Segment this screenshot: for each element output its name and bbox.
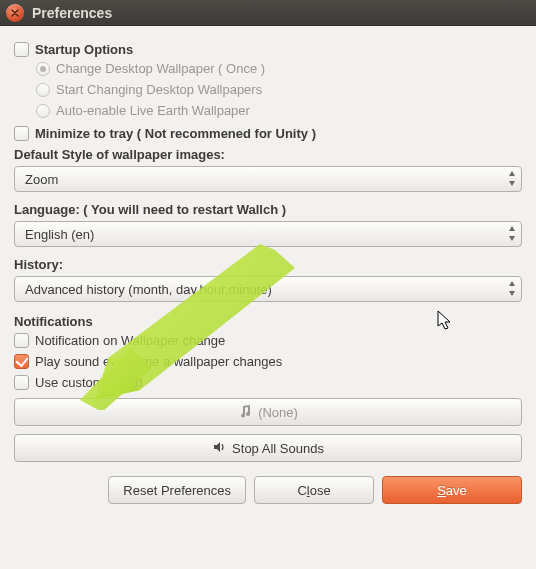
startup-radio-changing-label: Start Changing Desktop Wallpapers xyxy=(56,82,262,97)
close-window-button[interactable] xyxy=(6,4,24,22)
history-value: Advanced history (month, day,hour,minute… xyxy=(25,282,272,297)
spinner-icon xyxy=(507,225,517,242)
speaker-icon xyxy=(212,440,226,457)
minimize-tray-checkbox[interactable] xyxy=(14,126,29,141)
language-label: Language: ( You will need to restart Wal… xyxy=(14,202,522,217)
history-combo[interactable]: Advanced history (month, day,hour,minute… xyxy=(14,276,522,302)
startup-radio-liveearth-label: Auto-enable Live Earth Wallpaper xyxy=(56,103,250,118)
stop-sounds-label: Stop All Sounds xyxy=(232,441,324,456)
save-button[interactable]: Save xyxy=(382,476,522,504)
startup-radio-once[interactable] xyxy=(36,62,50,76)
reset-preferences-button[interactable]: Reset Preferences xyxy=(108,476,246,504)
sound-file-value: (None) xyxy=(258,405,298,420)
custom-sound-label: Use custom sound xyxy=(35,375,143,390)
music-note-icon xyxy=(238,404,252,421)
stop-sounds-button[interactable]: Stop All Sounds xyxy=(14,434,522,462)
startup-options-checkbox[interactable] xyxy=(14,42,29,57)
startup-radio-liveearth[interactable] xyxy=(36,104,50,118)
default-style-combo[interactable]: Zoom xyxy=(14,166,522,192)
window-title: Preferences xyxy=(32,5,112,21)
spinner-icon xyxy=(507,280,517,297)
language-value: English (en) xyxy=(25,227,94,242)
notify-onchange-label: Notification on Wallpaper change xyxy=(35,333,225,348)
minimize-tray-label: Minimize to tray ( Not recommened for Un… xyxy=(35,126,316,141)
play-sound-label: Play sound everytime a wallpaper changes xyxy=(35,354,282,369)
startup-radio-changing[interactable] xyxy=(36,83,50,97)
history-label: History: xyxy=(14,257,522,272)
spinner-icon xyxy=(507,170,517,187)
close-button[interactable]: Close xyxy=(254,476,374,504)
startup-options-heading: Startup Options xyxy=(35,42,133,57)
sound-file-button[interactable]: (None) xyxy=(14,398,522,426)
svg-marker-5 xyxy=(509,291,515,296)
svg-marker-2 xyxy=(509,226,515,231)
startup-radio-once-label: Change Desktop Wallpaper ( Once ) xyxy=(56,61,265,76)
svg-marker-1 xyxy=(509,181,515,186)
default-style-label: Default Style of wallpaper images: xyxy=(14,147,522,162)
default-style-value: Zoom xyxy=(25,172,58,187)
notify-onchange-checkbox[interactable] xyxy=(14,333,29,348)
custom-sound-checkbox[interactable] xyxy=(14,375,29,390)
svg-marker-3 xyxy=(509,236,515,241)
svg-marker-4 xyxy=(509,281,515,286)
notifications-heading: Notifications xyxy=(14,314,522,329)
language-combo[interactable]: English (en) xyxy=(14,221,522,247)
titlebar: Preferences xyxy=(0,0,536,26)
startup-options-checkbox-row: Startup Options xyxy=(14,42,522,57)
svg-marker-0 xyxy=(509,171,515,176)
play-sound-checkbox[interactable] xyxy=(14,354,29,369)
